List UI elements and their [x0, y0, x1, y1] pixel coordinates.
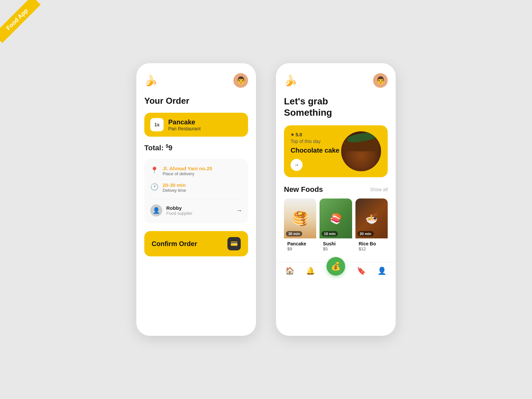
address-content: Jl. Ahmad Yani no.20 Place of delivery [163, 166, 212, 176]
featured-food-name: Chocolate cake [291, 147, 339, 154]
person-icon: 👤 [150, 204, 162, 216]
ramen-price: $12 [359, 246, 384, 251]
total-currency: $ [166, 143, 168, 149]
new-foods-title: New Foods [284, 185, 323, 194]
banner-label: Food App [0, 0, 41, 43]
item-restaurant: Pan Restaurant [168, 126, 200, 131]
banana-logo: 🍌 [144, 74, 158, 87]
time-content: 20-30 min Delivey time [163, 182, 186, 193]
total-label: Total: [144, 144, 164, 152]
greeting-line1: Let's grab [284, 96, 328, 106]
ramen-image: 🍜 20 min [355, 199, 388, 238]
sushi-image: 🍣 10 min [320, 199, 352, 238]
address-row: 📍 Jl. Ahmad Yani no.20 Place of delivery [150, 166, 242, 176]
nav-bell[interactable]: 🔔 [306, 267, 315, 275]
home-header: 🍌 👨 [284, 73, 388, 88]
order-screen: 🍌 👨 Your Order 1x Pancake Pan Restaurant… [136, 63, 256, 336]
home-screen: 🍌 👨 Let's grab Something ★ 5.0 Top of th… [276, 63, 396, 336]
wallet-icon: 💳 [227, 237, 241, 250]
nav-money-button[interactable]: 💰 [327, 257, 345, 276]
food-card-ramen[interactable]: 🍜 20 min Rice Bo $12 [355, 199, 388, 254]
new-foods-header: New Foods Show all [284, 185, 388, 194]
ramen-time: 20 min [357, 231, 374, 236]
food-card-sushi[interactable]: 🍣 10 min Sushi $5 [320, 199, 352, 254]
confirm-btn-label: Confirm Order [152, 240, 197, 248]
pancake-time: 30 min [286, 231, 302, 236]
home-banana-logo: 🍌 [284, 74, 297, 87]
featured-food-image [341, 131, 381, 171]
delivery-card: 📍 Jl. Ahmad Yani no.20 Place of delivery… [144, 159, 248, 223]
order-item-card: 1x Pancake Pan Restaurant [144, 113, 248, 137]
bottom-nav: 🏠 🔔 💰 🔖 👤 [276, 262, 396, 280]
clock-icon: 🕐 [150, 183, 159, 191]
food-cards-row: 🥞 30 min Pancake $9 🍣 10 min Sushi $5 [284, 199, 388, 254]
time-sub: Delivey time [163, 188, 186, 193]
user-avatar: 👨 [233, 73, 248, 88]
address-text: Jl. Ahmad Yani no.20 [163, 166, 212, 171]
pancake-info: Pancake $9 [284, 238, 316, 254]
total-amount: 9 [168, 144, 172, 152]
order-header: 🍌 👨 [144, 73, 248, 88]
cake-visual [341, 131, 381, 171]
time-text: 20-30 min [163, 182, 186, 188]
total-line: Total: $9 [144, 143, 248, 152]
sushi-time: 10 min [322, 231, 338, 236]
pancake-image: 🥞 30 min [284, 199, 316, 238]
supplier-row[interactable]: 👤 Robby Food supplier → [150, 199, 242, 216]
featured-rating: ★ 5.0 [291, 132, 339, 137]
supplier-role: Food supplier [166, 211, 193, 216]
sushi-info: Sushi $5 [320, 238, 352, 254]
ramen-info: Rice Bo $12 [355, 238, 388, 254]
rating-value: 5.0 [296, 132, 302, 137]
nav-home[interactable]: 🏠 [285, 267, 294, 275]
featured-card[interactable]: ★ 5.0 Top of this day Chocolate cake → [284, 125, 388, 177]
ramen-name: Rice Bo [359, 241, 384, 246]
time-row: 🕐 20-30 min Delivey time [150, 182, 242, 193]
supplier-name: Robby [166, 205, 193, 211]
order-title: Your Order [144, 96, 248, 106]
qty-badge: 1x [150, 118, 164, 131]
featured-tag: Top of this day [291, 139, 339, 144]
confirm-order-button[interactable]: Confirm Order 💳 [144, 231, 248, 256]
greeting-line2: Something [284, 107, 332, 118]
star-icon: ★ [291, 132, 294, 137]
supplier-row-inner: 👤 Robby Food supplier → [150, 204, 242, 216]
pancake-price: $9 [287, 246, 313, 251]
pancake-name: Pancake [287, 241, 313, 246]
supplier-info: Robby Food supplier [166, 205, 193, 216]
address-sub: Place of delivery [163, 171, 212, 176]
greeting-title: Let's grab Something [284, 96, 388, 118]
order-item-info: Pancake Pan Restaurant [168, 118, 200, 131]
featured-arrow-button[interactable]: → [291, 159, 303, 171]
location-icon: 📍 [150, 166, 159, 174]
nav-bookmark[interactable]: 🔖 [357, 267, 366, 275]
food-card-pancake[interactable]: 🥞 30 min Pancake $9 [284, 199, 316, 254]
food-app-banner: Food App [0, 0, 53, 53]
featured-info: ★ 5.0 Top of this day Chocolate cake → [291, 132, 339, 171]
home-user-avatar: 👨 [373, 73, 388, 88]
item-name: Pancake [168, 118, 200, 126]
sushi-price: $5 [323, 246, 348, 251]
supplier-arrow-icon: → [236, 207, 242, 214]
sushi-name: Sushi [323, 241, 348, 246]
screens-container: 🍌 👨 Your Order 1x Pancake Pan Restaurant… [136, 63, 396, 336]
show-all-link[interactable]: Show all [370, 187, 388, 192]
nav-profile[interactable]: 👤 [377, 267, 386, 275]
